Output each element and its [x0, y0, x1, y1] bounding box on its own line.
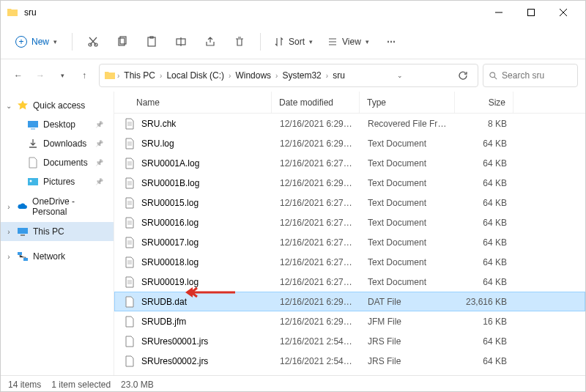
sort-icon	[274, 37, 284, 47]
file-row[interactable]: SRUres00002.jrs12/16/2021 2:54 PMJRS Fil…	[114, 351, 585, 371]
file-size: 64 KB	[456, 356, 514, 366]
file-row[interactable]: SRU00018.log12/16/2021 6:27 PMText Docum…	[114, 252, 585, 272]
share-button[interactable]	[197, 30, 223, 53]
column-date[interactable]: Date modified	[272, 92, 360, 113]
svg-rect-0	[528, 10, 535, 16]
new-button[interactable]: + New ▾	[8, 32, 64, 52]
sidebar-downloads[interactable]: Downloads	[1, 134, 114, 153]
forward-button[interactable]: →	[30, 65, 51, 86]
breadcrumb-sep: ›	[160, 72, 162, 80]
file-row[interactable]: SRU00019.log12/16/2021 6:27 PMText Docum…	[114, 272, 585, 292]
file-name: SRU.log	[141, 138, 174, 149]
file-row[interactable]: SRU00017.log12/16/2021 6:27 PMText Docum…	[114, 232, 585, 252]
recent-button[interactable]: ▾	[52, 65, 73, 86]
document-icon	[27, 157, 39, 169]
search-icon	[489, 71, 497, 81]
breadcrumb-item[interactable]: Windows	[232, 69, 274, 82]
file-row[interactable]: SRU00015.log12/16/2021 6:27 PMText Docum…	[114, 193, 585, 212]
file-size: 64 KB	[456, 218, 514, 228]
minimize-button[interactable]	[483, 2, 515, 23]
svg-rect-5	[148, 37, 155, 46]
file-size: 64 KB	[456, 257, 514, 267]
search-input[interactable]	[502, 70, 571, 81]
rename-button[interactable]	[168, 30, 194, 53]
more-button[interactable]: ⋯	[378, 30, 404, 53]
download-icon	[27, 138, 39, 149]
file-size: 64 KB	[456, 198, 514, 208]
maximize-button[interactable]	[515, 2, 547, 23]
search-box[interactable]	[483, 64, 578, 87]
column-type[interactable]: Type	[360, 92, 455, 113]
address-bar[interactable]: › This PC › Local Disk (C:) › Windows › …	[99, 64, 478, 87]
file-row[interactable]: SRUres00001.jrs12/16/2021 2:54 PMJRS Fil…	[114, 331, 585, 351]
close-button[interactable]	[547, 2, 579, 23]
breadcrumb-item[interactable]: This PC	[121, 69, 158, 82]
sidebar-label: Desktop	[43, 119, 75, 130]
file-row[interactable]: SRUDB.jfm12/16/2021 6:29 PMJFM File16 KB	[114, 311, 585, 331]
file-type: Text Document	[360, 218, 456, 228]
file-type: Text Document	[360, 257, 456, 267]
chevron-right-icon: ›	[5, 228, 12, 236]
delete-button[interactable]	[226, 30, 253, 53]
column-size[interactable]: Size	[455, 92, 513, 113]
file-row[interactable]: SRUDB.dat12/16/2021 6:29 PMDAT File23,61…	[114, 292, 585, 311]
file-size: 64 KB	[456, 158, 514, 169]
view-label: View	[342, 37, 361, 47]
cloud-icon	[17, 201, 28, 212]
folder-icon	[104, 70, 116, 81]
breadcrumb-item[interactable]: sru	[330, 69, 348, 82]
file-row[interactable]: SRU00016.log12/16/2021 6:27 PMText Docum…	[114, 212, 585, 232]
sidebar-desktop[interactable]: Desktop	[1, 115, 114, 134]
file-row[interactable]: SRUtmp.log12/16/2021 2:54 PMText Documen…	[114, 371, 585, 375]
cut-button[interactable]	[80, 30, 106, 53]
file-date: 12/16/2021 6:29 PM	[272, 317, 360, 327]
file-size: 64 KB	[456, 336, 514, 347]
refresh-button[interactable]	[453, 65, 473, 86]
svg-point-8	[490, 72, 495, 77]
file-date: 12/16/2021 6:27 PM	[272, 277, 360, 287]
file-name: SRUres00002.jrs	[141, 356, 208, 366]
file-date: 12/16/2021 6:29 PM	[272, 119, 360, 129]
file-type: Text Document	[360, 158, 456, 169]
column-name[interactable]: Name	[114, 92, 272, 113]
file-name: SRU00017.log	[141, 237, 199, 248]
file-name: SRU00019.log	[141, 277, 199, 287]
file-row[interactable]: SRU0001A.log12/16/2021 6:27 PMText Docum…	[114, 153, 585, 173]
file-row[interactable]: SRU.chk12/16/2021 6:29 PMRecovered File …	[114, 114, 585, 133]
file-size: 64 KB	[456, 138, 514, 149]
file-row[interactable]: SRU0001B.log12/16/2021 6:29 PMText Docum…	[114, 173, 585, 193]
file-date: 12/16/2021 6:27 PM	[272, 218, 360, 228]
file-size: 64 KB	[456, 237, 514, 248]
status-count: 14 items	[8, 380, 41, 390]
file-name: SRUDB.dat	[141, 297, 187, 307]
sidebar-label: Pictures	[43, 177, 75, 187]
navigation-pane: ⌄ Quick access Desktop Downloads Documen…	[1, 92, 114, 375]
file-type: JRS File	[360, 356, 456, 366]
up-button[interactable]: ↑	[74, 65, 94, 86]
file-date: 12/16/2021 6:27 PM	[272, 237, 360, 248]
sort-button[interactable]: Sort ▾	[268, 34, 319, 50]
breadcrumb-item[interactable]: System32	[279, 69, 324, 82]
file-date: 12/16/2021 6:29 PM	[272, 297, 360, 307]
column-headers: Name Date modified Type Size	[114, 92, 585, 114]
svg-rect-10	[28, 178, 38, 185]
file-date: 12/16/2021 6:29 PM	[272, 178, 360, 188]
back-button[interactable]: ←	[8, 65, 29, 86]
sidebar-quick-access[interactable]: ⌄ Quick access	[1, 96, 114, 115]
status-bar: 14 items 1 item selected 23.0 MB	[1, 375, 585, 392]
paste-button[interactable]	[138, 30, 165, 53]
svg-rect-14	[18, 252, 22, 255]
file-size: 23,616 KB	[456, 297, 514, 307]
breadcrumb-item[interactable]: Local Disk (C:)	[163, 69, 227, 82]
sidebar-network[interactable]: › Network	[1, 247, 114, 266]
file-row[interactable]: SRU.log12/16/2021 6:29 PMText Document64…	[114, 133, 585, 153]
address-dropdown[interactable]: ⌄	[390, 65, 410, 86]
sidebar-documents[interactable]: Documents	[1, 153, 114, 172]
svg-rect-9	[28, 121, 38, 127]
file-name: SRU0001A.log	[141, 158, 199, 169]
sidebar-this-pc[interactable]: › This PC	[1, 222, 114, 241]
copy-button[interactable]	[109, 30, 136, 53]
view-button[interactable]: View ▾	[322, 34, 375, 50]
sidebar-onedrive[interactable]: › OneDrive - Personal	[1, 197, 114, 216]
sidebar-pictures[interactable]: Pictures	[1, 172, 114, 191]
